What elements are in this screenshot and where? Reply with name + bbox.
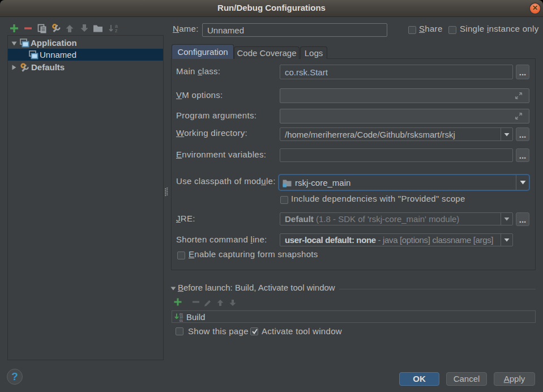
svg-text:z: z xyxy=(115,28,118,33)
svg-text:01: 01 xyxy=(179,318,183,322)
